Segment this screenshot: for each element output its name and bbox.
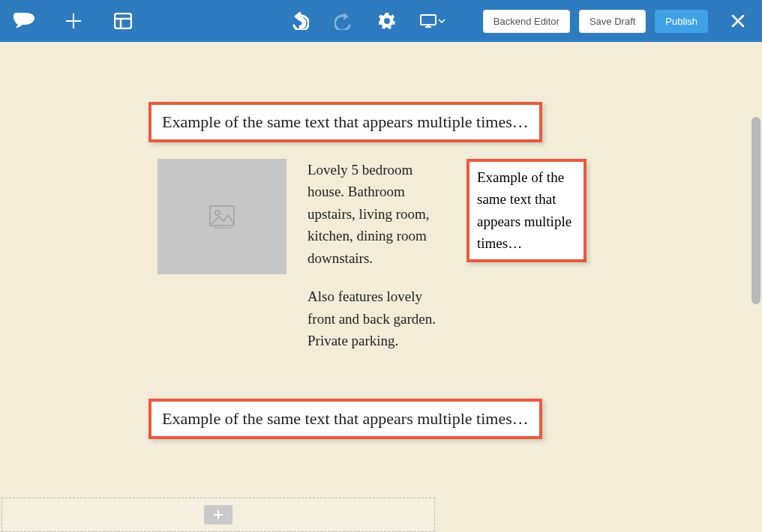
layout-icon[interactable] [112, 10, 134, 31]
highlighted-text: Example of the same text that appears mu… [148, 102, 542, 142]
svg-point-7 [215, 211, 220, 215]
settings-icon[interactable] [376, 10, 398, 31]
svg-rect-3 [421, 15, 436, 25]
publish-button[interactable]: Publish [655, 10, 708, 33]
desktop-icon [420, 14, 436, 28]
content-row: Lovely 5 bedroom house. Bathroom upstair… [148, 159, 741, 369]
add-element-button[interactable] [204, 505, 232, 525]
redo-icon[interactable] [333, 10, 354, 31]
plus-icon [212, 509, 224, 521]
heading-block-top[interactable]: Example of the same text that appears mu… [148, 102, 741, 142]
svg-rect-0 [115, 13, 131, 28]
close-icon[interactable] [728, 10, 748, 31]
side-highlight-box[interactable]: Example of the same text that appears mu… [466, 159, 586, 262]
heading-text: Example of the same text that appears mu… [162, 409, 529, 428]
svg-rect-8 [213, 227, 231, 229]
toolbar-right: Backend Editor Save Draft Publish [483, 10, 748, 33]
side-text: Example of the same text that appears mu… [477, 169, 572, 251]
image-placeholder[interactable] [158, 159, 286, 274]
add-section-placeholder[interactable] [2, 498, 435, 532]
highlighted-text: Example of the same text that appears mu… [148, 399, 542, 439]
editor-toolbar: Backend Editor Save Draft Publish [0, 0, 762, 42]
heading-text: Example of the same text that appears mu… [162, 112, 529, 131]
toolbar-left [14, 10, 134, 31]
scrollbar-vertical[interactable] [752, 117, 760, 304]
chevron-down-icon [438, 19, 446, 23]
logo-icon[interactable] [14, 10, 34, 31]
device-preview-dropdown[interactable] [420, 14, 446, 28]
heading-block-bottom[interactable]: Example of the same text that appears mu… [148, 399, 741, 439]
save-draft-button[interactable]: Save Draft [579, 10, 646, 33]
image-icon [208, 203, 236, 230]
body-paragraph-2: Also features lovely front and back gard… [308, 285, 446, 351]
editor-canvas[interactable]: Example of the same text that appears mu… [0, 42, 762, 532]
text-column[interactable]: Lovely 5 bedroom house. Bathroom upstair… [308, 159, 446, 369]
undo-icon[interactable] [290, 10, 310, 31]
body-paragraph-1: Lovely 5 bedroom house. Bathroom upstair… [308, 159, 446, 269]
add-icon[interactable] [63, 10, 84, 31]
page-content: Example of the same text that appears mu… [148, 42, 741, 439]
toolbar-center [290, 10, 446, 31]
backend-editor-button[interactable]: Backend Editor [483, 10, 570, 33]
